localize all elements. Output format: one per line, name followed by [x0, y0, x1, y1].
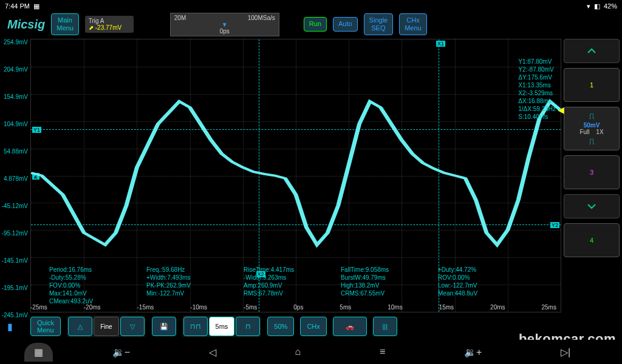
- meas-crms: CRMS:67.55mV: [341, 290, 426, 297]
- measurements-overlay: Period:16.76ms -Duty:55.28% FOV:0.00% Ma…: [49, 266, 555, 305]
- triangle-down-icon: ▽: [130, 323, 135, 331]
- automotive-preset-button[interactable]: 🚗: [333, 317, 367, 336]
- channel-4-button[interactable]: 4: [564, 223, 620, 257]
- square-wave-icon: ⎍: [589, 111, 594, 121]
- timebase-indicator[interactable]: 20M 100MSa/s ▼ 0ps: [170, 13, 279, 36]
- y-tick: 104.9mV: [0, 121, 30, 148]
- y-tick: 204.9mV: [0, 66, 30, 93]
- oscilloscope-plot[interactable]: Y1 Y2 X1 X2 2 ◀ Y1:87.80mV Y2:-87.80mV Δ…: [30, 39, 561, 312]
- scroll-up-button[interactable]: [564, 39, 620, 63]
- fifty-percent-button[interactable]: 50%: [267, 317, 294, 336]
- cursor-readout: Y1:87.80mV Y2:-87.80mV ΔY:175.6mV X1:13.…: [518, 58, 556, 121]
- trigger-indicator[interactable]: Trig A ⬈ -23.77mV: [85, 16, 134, 33]
- zoom-in-time-button[interactable]: ⊓: [236, 317, 260, 336]
- cursor-dx-value: ΔX:16.88ms: [518, 97, 556, 105]
- floppy-icon: 💾: [160, 323, 168, 331]
- meas-amp: Amp:260.9mV: [244, 282, 329, 289]
- cursor-button[interactable]: |||: [373, 317, 397, 336]
- meas-col-4: FallTime:9.058ms BurstW:49.79ms High:138…: [341, 266, 426, 305]
- back-button[interactable]: ◁: [209, 346, 216, 358]
- channel-panel: 1 ⎍ 50mV Full 1X ⎍ 3 4: [561, 36, 622, 312]
- quick-menu-button[interactable]: Quick Menu: [30, 317, 61, 336]
- y-tick: -45.12mV: [0, 203, 30, 230]
- vertical-scale: 50mV: [584, 122, 600, 129]
- x-tick: 10ms: [388, 304, 402, 311]
- timebase-adjust-group: ⊓⊓ 5ms ⊓: [182, 315, 262, 337]
- trigger-position-marker: ▼: [174, 21, 275, 28]
- trigger-level: -23.77mV: [95, 24, 121, 31]
- trigger-label: Trig A: [89, 18, 130, 24]
- y-tick: -95.12mV: [0, 230, 30, 257]
- cursor-x2-value: X2:-3.529ms: [518, 89, 556, 97]
- chx-menu-button[interactable]: CHx Menu: [399, 13, 427, 35]
- zoom-out-time-button[interactable]: ⊓⊓: [183, 317, 208, 336]
- meas-rov: ROV:0.00%: [438, 274, 523, 281]
- y-axis-labels: 254.9mV 204.9mV 154.9mV 104.9mV 54.88mV …: [0, 36, 30, 312]
- time-position: 0ps: [174, 28, 275, 35]
- meas-max: Max:141.0mV: [49, 290, 134, 297]
- meas-high: High:138.2mV: [341, 282, 426, 289]
- volume-up-button[interactable]: 🔉+: [464, 346, 482, 358]
- car-icon: 🚗: [346, 323, 354, 331]
- decrease-button[interactable]: ▽: [120, 317, 145, 336]
- meas-col-5: +Duty:44.72% ROV:0.00% Low:-122.7mV Mean…: [438, 266, 523, 305]
- cursor-x1-value: X1:13.35ms: [518, 81, 556, 89]
- timebase-value[interactable]: 5ms: [209, 317, 235, 336]
- meas-period: Period:16.76ms: [49, 266, 134, 273]
- cursor-freq-value: 1/ΔX:59.23Hz: [518, 105, 556, 113]
- meas-low: Low:-122.7mV: [438, 282, 523, 289]
- meas-fov: FOV:0.00%: [49, 282, 134, 289]
- cursor-lines-icon: |||: [382, 323, 388, 330]
- top-toolbar: Micsig Main Menu Trig A ⬈ -23.77mV 20M 1…: [0, 12, 622, 36]
- increase-button[interactable]: △: [68, 317, 92, 336]
- channel-1-label: 1: [590, 81, 593, 89]
- meas-risetime: RiseTime:4.417ms: [244, 266, 329, 273]
- auto-button[interactable]: Auto: [333, 17, 358, 31]
- battery-icon: ◧: [594, 2, 600, 10]
- brand-logo: Micsig: [7, 18, 45, 32]
- save-button[interactable]: 💾: [152, 317, 176, 336]
- battery-status-icon: ▮: [7, 321, 13, 332]
- channel-3-button[interactable]: 3: [564, 155, 620, 189]
- cursor-y2-value: Y2:-87.80mV: [518, 66, 556, 73]
- meas-col-3: RiseTime:4.417ms -Width:9.263ms Amp:260.…: [244, 266, 329, 305]
- chevron-down-icon: [587, 203, 596, 209]
- meas-burstw: BurstW:49.79ms: [341, 274, 426, 281]
- meas-col-2: Freq.:59.68Hz +Width:7.493ms PK-PK:262.9…: [146, 266, 231, 305]
- scroll-down-button[interactable]: [564, 194, 620, 218]
- chx-button[interactable]: CHx: [300, 317, 326, 336]
- pulse-narrow-icon: ⊓: [245, 323, 251, 331]
- x-tick: -5ms: [244, 304, 257, 311]
- play-next-button[interactable]: ▷|: [561, 346, 570, 358]
- wifi-icon: ▾: [587, 2, 590, 10]
- meas-neg-width: -Width:9.263ms: [244, 274, 329, 281]
- recent-apps-button[interactable]: ≡: [380, 346, 385, 357]
- pulse-wide-icon: ⊓⊓: [190, 323, 201, 331]
- run-button[interactable]: Run: [304, 17, 327, 31]
- y-tick: 154.9mV: [0, 93, 30, 121]
- meas-pos-duty: +Duty:44.72%: [438, 266, 523, 273]
- fine-toggle-button[interactable]: Fine: [94, 317, 118, 336]
- channel-4-label: 4: [590, 237, 593, 244]
- channel-2-button[interactable]: ⎍ 50mV Full 1X ⎍: [564, 107, 620, 150]
- gallery-button[interactable]: ▦: [24, 343, 53, 362]
- android-nav-bar: ▦ 🔉− ◁ ⌂ ≡ 🔉+ ▷|: [0, 340, 622, 364]
- x-tick: 5ms: [340, 304, 351, 311]
- channel-1-button[interactable]: 1: [564, 68, 620, 102]
- meas-col-1: Period:16.76ms -Duty:55.28% FOV:0.00% Ma…: [49, 266, 134, 305]
- home-button[interactable]: ⌂: [295, 346, 301, 357]
- y-tick: 254.9mV: [0, 39, 30, 66]
- x-tick: -20ms: [84, 304, 101, 311]
- volume-down-button[interactable]: 🔉−: [112, 346, 130, 358]
- meas-min: Min:-122.7mV: [146, 290, 231, 297]
- x-tick: -10ms: [190, 304, 207, 311]
- clock: 7:44 PM: [5, 2, 30, 10]
- single-seq-button[interactable]: Single SEQ: [364, 13, 394, 35]
- main-menu-button[interactable]: Main Menu: [51, 13, 79, 35]
- coupling-label: Full: [579, 129, 589, 135]
- meas-mean: Mean:448.8uV: [438, 290, 523, 297]
- meas-pos-width: +Width:7.493ms: [146, 274, 231, 281]
- screenshot-icon: ▦: [33, 2, 39, 10]
- cursor-slew-value: S:10.40V/s: [518, 113, 556, 121]
- x-tick: 15ms: [439, 304, 454, 311]
